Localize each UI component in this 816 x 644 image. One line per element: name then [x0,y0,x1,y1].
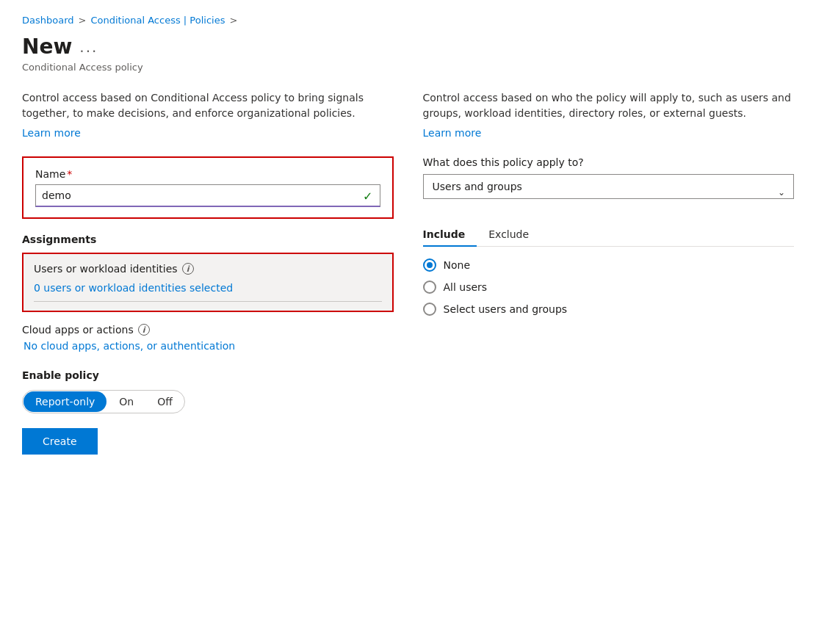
radio-none[interactable]: None [423,258,795,272]
cloud-apps-link[interactable]: No cloud apps, actions, or authenticatio… [24,340,394,352]
assignments-header: Assignments [22,234,394,245]
toggle-report-only[interactable]: Report-only [24,391,106,412]
right-description: Control access based on who the policy w… [423,90,795,121]
user-scope-radio-group: None All users Select users and groups [423,258,795,316]
users-box-title-text: Users or workload identities [34,263,178,275]
main-two-col: Control access based on Conditional Acce… [22,90,794,455]
page-subtitle: Conditional Access policy [22,62,794,73]
radio-all-users-circle [423,281,436,294]
left-learn-more-link[interactable]: Learn more [22,127,81,139]
toggle-group: Report-only On Off [22,390,394,413]
cloud-apps-info-icon[interactable]: i [138,324,150,336]
radio-select-users-circle [423,303,436,316]
name-field-label: Name* [35,168,380,180]
enable-policy-section: Enable policy Report-only On Off [22,369,394,413]
page-title: New [22,35,72,59]
users-assignment-box: Users or workload identities i 0 users o… [22,253,394,312]
cloud-apps-label: Cloud apps or actions [22,324,134,336]
cloud-apps-section: Cloud apps or actions i No cloud apps, a… [22,324,394,352]
radio-select-users-label: Select users and groups [444,303,568,315]
breadcrumb: Dashboard > Conditional Access | Policie… [22,15,794,26]
right-column: Control access based on who the policy w… [423,90,795,455]
radio-all-users[interactable]: All users [423,281,795,294]
users-selected-link[interactable]: 0 users or workload identities selected [34,282,233,294]
name-section: Name* ✓ [22,156,394,219]
dropdown-wrapper: Users and groups Workload identities ⌄ [423,174,795,211]
breadcrumb-dashboard[interactable]: Dashboard [22,15,74,26]
left-column: Control access based on Conditional Acce… [22,90,394,455]
create-button[interactable]: Create [22,428,98,455]
breadcrumb-sep2: > [229,15,237,26]
title-more-options[interactable]: ... [79,38,98,56]
include-exclude-tabs: Include Exclude [423,222,795,247]
right-learn-more-link[interactable]: Learn more [423,127,482,139]
breadcrumb-policies[interactable]: Conditional Access | Policies [90,15,225,26]
radio-select-users[interactable]: Select users and groups [423,303,795,316]
radio-none-label: None [444,259,471,271]
breadcrumb-sep1: > [79,15,87,26]
name-input-wrapper: ✓ [35,184,380,207]
toggle-on[interactable]: On [107,391,145,412]
cloud-apps-row: Cloud apps or actions i [22,324,394,336]
toggle-off[interactable]: Off [145,391,184,412]
name-input[interactable] [35,184,380,207]
policy-apply-label: What does this policy apply to? [423,156,795,168]
tab-exclude[interactable]: Exclude [488,222,541,246]
required-indicator: * [67,168,72,180]
users-box-title-row: Users or workload identities i [34,263,382,275]
radio-none-circle [423,258,436,272]
tab-include[interactable]: Include [423,222,477,246]
page-title-row: New ... [22,35,794,59]
policy-applies-to-dropdown[interactable]: Users and groups Workload identities [423,174,795,199]
users-info-icon[interactable]: i [182,263,194,275]
validation-check-icon: ✓ [363,189,372,203]
policy-toggle[interactable]: Report-only On Off [22,390,185,413]
radio-all-users-label: All users [444,281,488,293]
left-description: Control access based on Conditional Acce… [22,90,394,121]
users-box-divider [34,301,382,302]
enable-policy-label: Enable policy [22,369,394,381]
